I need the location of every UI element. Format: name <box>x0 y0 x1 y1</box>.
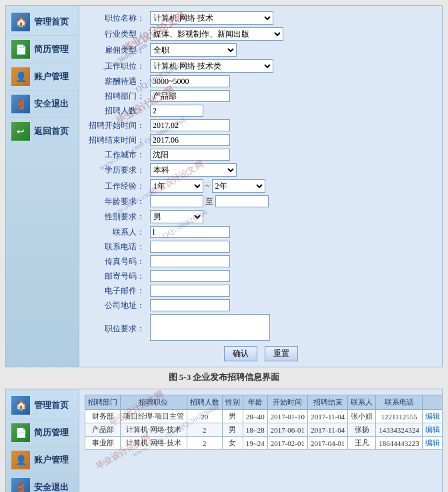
end-date-input[interactable] <box>150 134 230 146</box>
bottom-sidebar-item-resume[interactable]: 📄 简历管理 <box>6 419 79 447</box>
cell-dept: 事业部 <box>85 437 121 450</box>
requirements-textarea[interactable] <box>150 314 270 341</box>
cell-contact: 张小姐 <box>348 410 376 423</box>
col-header-gender: 性别 <box>222 395 243 410</box>
field-label-position: 职位名称： <box>86 10 147 26</box>
field-label-job: 工作职位： <box>86 58 147 74</box>
top-figure-caption: 图 5-3 企业发布招聘信息界面 <box>5 371 443 383</box>
sidebar-label-home: 管理首页 <box>34 16 69 28</box>
contact-input[interactable] <box>150 226 230 238</box>
field-label-end-date: 招聘结束时间： <box>86 133 147 147</box>
field-label-fax: 传真号码： <box>86 254 147 269</box>
bottom-sidebar-label-resume: 简历管理 <box>34 427 69 439</box>
cell-actions: 编辑 丨 详细 丨 删除 <box>422 410 442 423</box>
education-select[interactable]: 本科 <box>150 163 237 177</box>
start-date-input[interactable] <box>150 119 230 131</box>
field-label-phone: 联系电话： <box>86 239 147 254</box>
experience-end-select[interactable]: 2年 <box>212 179 265 193</box>
cell-age: 18~28 <box>243 423 267 437</box>
cell-contact: 张扬 <box>348 423 376 437</box>
sidebar-item-account[interactable]: 👤 账户管理 <box>6 63 79 91</box>
page-wrapper: 🏠 管理首页 📄 简历管理 👤 账户管理 🚪 安全退出 <box>0 0 448 492</box>
cell-phone: 14334324324 <box>376 423 423 437</box>
cell-end: 2017-11-04 <box>308 423 348 437</box>
bottom-sidebar-item-exit[interactable]: 🚪 安全退出 <box>6 474 79 492</box>
phone-input[interactable] <box>150 241 230 253</box>
field-label-industry: 行业类型： <box>86 26 147 42</box>
bottom-sidebar-item-account[interactable]: 👤 账户管理 <box>6 447 79 474</box>
experience-range-separator: ~ <box>205 181 210 191</box>
back-icon: ↩ <box>11 122 30 141</box>
employment-select[interactable]: 全职 <box>150 43 237 57</box>
cell-actions: 编辑 丨 详细 丨 删除 <box>422 437 442 450</box>
field-label-zip: 邮寄号码： <box>86 269 147 283</box>
sidebar-item-resume[interactable]: 📄 简历管理 <box>6 36 79 63</box>
cell-count: 20 <box>187 410 222 423</box>
sidebar-label-account: 账户管理 <box>34 71 69 83</box>
bottom-sidebar-label-exit: 安全退出 <box>34 481 69 492</box>
cell-actions: 编辑 丨 详细 丨 删除 <box>422 423 442 437</box>
cell-count: 2 <box>187 423 222 437</box>
field-label-gender: 性别要求： <box>86 209 147 225</box>
exit-icon: 🚪 <box>11 95 30 113</box>
field-label-count: 招聘人数： <box>86 103 147 118</box>
cell-phone: 18644443223 <box>376 437 423 450</box>
field-label-dept: 招聘部门： <box>86 89 147 103</box>
cell-end: 2017-11-04 <box>308 410 348 423</box>
address-input[interactable] <box>150 299 230 311</box>
field-label-address: 公司地址： <box>86 298 147 313</box>
cell-gender: 男 <box>222 410 243 423</box>
cell-start: 2017-02-01 <box>267 437 307 450</box>
sidebar-label-exit: 安全退出 <box>34 98 69 110</box>
cell-position: 计算机·网络·技术 <box>121 437 187 450</box>
edit-link[interactable]: 编辑 <box>425 412 440 420</box>
cell-gender: 女 <box>222 437 243 450</box>
edit-link[interactable]: 编辑 <box>425 425 440 433</box>
reset-button[interactable]: 重置 <box>265 346 298 361</box>
bottom-sidebar-item-home[interactable]: 🏠 管理首页 <box>6 392 79 419</box>
col-header-contact: 联系人 <box>348 395 376 410</box>
zip-input[interactable] <box>150 270 230 282</box>
age-start-input[interactable] <box>150 195 203 207</box>
table-row: 事业部 计算机·网络·技术 2 女 19~24 2017-02-01 2017-… <box>85 437 443 450</box>
table-row: 财务部 项目经理·项目主管 20 男 28~40 2017-01-10 2017… <box>85 410 443 423</box>
col-header-end: 招聘结束 <box>308 395 348 410</box>
sidebar-item-back[interactable]: ↩ 返回首页 <box>6 118 79 145</box>
count-input[interactable] <box>150 105 203 117</box>
edit-link[interactable]: 编辑 <box>425 439 440 447</box>
sidebar-label-back: 返回首页 <box>34 125 69 137</box>
bottom-exit-icon: 🚪 <box>11 478 30 492</box>
field-label-requirements: 职位要求： <box>86 313 147 345</box>
sidebar-item-exit[interactable]: 🚪 安全退出 <box>6 91 79 118</box>
cell-age: 19~24 <box>243 437 267 450</box>
field-label-start-date: 招聘开始时间： <box>86 118 147 133</box>
job-select[interactable]: 计算机 网络 技术类 <box>150 59 273 73</box>
bottom-sidebar-label-home: 管理首页 <box>34 399 69 411</box>
field-label-age: 年龄要求： <box>86 194 147 209</box>
industry-select[interactable]: 媒体、影视制作、新闻出版 <box>150 27 283 41</box>
confirm-button[interactable]: 确认 <box>224 346 257 361</box>
email-input[interactable] <box>150 285 230 297</box>
position-select[interactable]: 计算机 网络 技术 <box>150 11 273 25</box>
col-header-position: 招聘职位 <box>121 395 187 410</box>
gender-select[interactable]: 男 <box>150 210 203 223</box>
col-header-dept: 招聘部门 <box>85 395 121 410</box>
age-end-input[interactable] <box>215 195 269 207</box>
col-header-phone: 联系电话 <box>376 395 423 410</box>
cell-dept: 产品部 <box>85 423 121 437</box>
bottom-sidebar: 🏠 管理首页 📄 简历管理 👤 账户管理 🚪 安全退出 <box>6 389 79 492</box>
sidebar-item-home[interactable]: 🏠 管理首页 <box>6 9 79 36</box>
top-sidebar: 🏠 管理首页 📄 简历管理 👤 账户管理 🚪 安全退出 <box>6 6 79 367</box>
dept-input[interactable] <box>150 90 230 102</box>
field-label-email: 电子邮件： <box>86 283 147 298</box>
salary-input[interactable] <box>150 75 230 87</box>
city-input[interactable] <box>150 149 230 161</box>
bottom-sidebar-label-account: 账户管理 <box>34 454 69 466</box>
top-section: 🏠 管理首页 📄 简历管理 👤 账户管理 🚪 安全退出 <box>5 5 443 367</box>
account-icon: 👤 <box>11 67 30 86</box>
fax-input[interactable] <box>150 255 230 267</box>
cell-count: 2 <box>187 437 222 450</box>
top-form-content: 毕业设计论文网 www.56doc.com QQ:306826066 毕业设计论… <box>79 6 442 367</box>
experience-start-select[interactable]: 1年 <box>150 179 203 193</box>
recruit-form: 职位名称： 计算机 网络 技术 行业类型： 媒体、影视制作、新闻出版 <box>86 10 435 363</box>
